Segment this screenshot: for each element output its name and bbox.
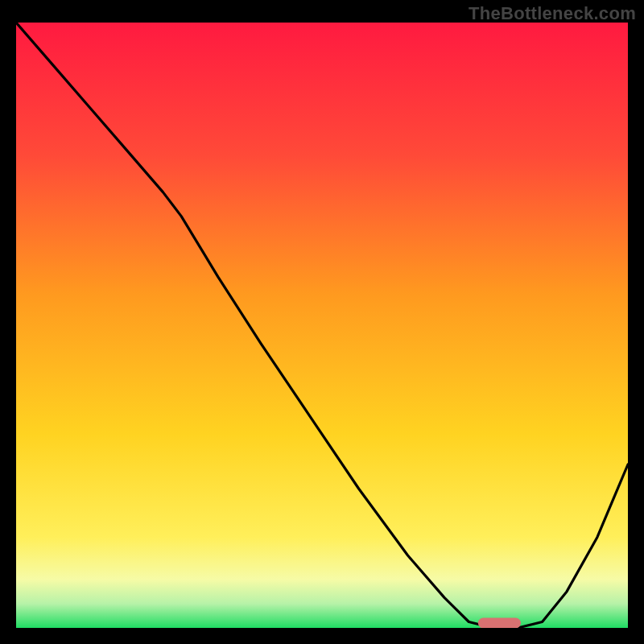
watermark-text: TheBottleneck.com xyxy=(469,3,636,24)
chart-svg xyxy=(16,23,628,628)
plot-area xyxy=(16,23,628,628)
optimal-marker xyxy=(478,618,521,628)
gradient-background xyxy=(16,23,628,628)
chart-frame: TheBottleneck.com xyxy=(0,0,644,644)
